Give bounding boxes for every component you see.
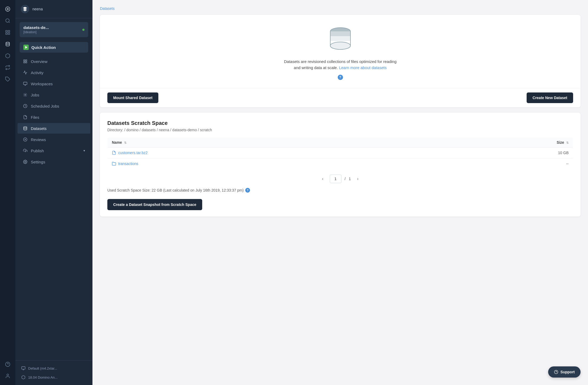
sidebar-item-workspaces[interactable]: Workspaces bbox=[18, 78, 90, 89]
cube-icon[interactable] bbox=[3, 51, 12, 61]
datasets-strip-icon[interactable] bbox=[3, 39, 12, 49]
sidebar-item-label: Files bbox=[31, 115, 39, 120]
pagination: ‹ / 1 › bbox=[107, 169, 573, 187]
svg-rect-13 bbox=[26, 60, 27, 61]
domino-environment-item[interactable]: 18.04 Domino An... bbox=[18, 373, 90, 382]
file-link-customers[interactable]: customers.tar.bz2 bbox=[112, 151, 421, 155]
project-card[interactable]: datasets-de... [Ideation] bbox=[20, 22, 88, 37]
sidebar-item-label: Datasets bbox=[31, 126, 46, 131]
sidebar-item-publish[interactable]: Publish ▾ bbox=[18, 145, 90, 156]
sidebar-item-jobs[interactable]: Jobs bbox=[18, 90, 90, 100]
file-link-transactions[interactable]: transactions bbox=[112, 162, 421, 166]
learn-more-link[interactable]: Learn more about datasets bbox=[339, 65, 387, 70]
sidebar-item-files[interactable]: Files bbox=[18, 112, 90, 122]
svg-point-19 bbox=[25, 94, 26, 95]
svg-point-29 bbox=[330, 42, 350, 49]
hero-help-icon[interactable]: ? bbox=[338, 75, 343, 80]
svg-point-21 bbox=[24, 126, 27, 128]
support-label: Support bbox=[560, 370, 575, 374]
play-icon bbox=[23, 45, 29, 50]
hero-description: Datasets are revisioned collections of f… bbox=[282, 58, 399, 71]
svg-rect-27 bbox=[22, 367, 25, 369]
sidebar-item-label: Reviews bbox=[31, 137, 46, 142]
environment-label: 18.04 Domino An... bbox=[28, 375, 58, 379]
quick-action-label: Quick Action bbox=[31, 45, 56, 50]
svg-line-2 bbox=[9, 22, 10, 23]
publish-chevron-icon: ▾ bbox=[83, 149, 85, 153]
sidebar-item-label: Publish bbox=[31, 149, 44, 153]
svg-point-7 bbox=[6, 42, 9, 44]
name-sort-icon: ⇅ bbox=[124, 141, 126, 144]
tag-icon[interactable] bbox=[3, 74, 12, 84]
svg-rect-15 bbox=[26, 62, 27, 63]
overview-icon bbox=[23, 59, 28, 64]
mount-shared-dataset-button[interactable]: Mount Shared Dataset bbox=[107, 92, 158, 103]
files-icon bbox=[23, 115, 28, 120]
prev-page-button[interactable]: ‹ bbox=[319, 175, 327, 183]
hero-card: Datasets are revisioned collections of f… bbox=[100, 15, 581, 107]
file-table: Name ⇅ Size ⇅ customers.tar.bz2 bbox=[107, 137, 573, 169]
home-icon[interactable] bbox=[3, 4, 12, 14]
svg-point-26 bbox=[25, 161, 26, 162]
project-tag: [Ideation] bbox=[23, 30, 49, 34]
sidebar-item-label: Activity bbox=[31, 70, 44, 75]
help-strip-icon[interactable] bbox=[3, 359, 12, 369]
breadcrumb[interactable]: Datasets bbox=[100, 6, 581, 11]
page-input[interactable] bbox=[330, 175, 341, 183]
svg-rect-4 bbox=[8, 31, 10, 32]
sidebar-item-label: Settings bbox=[31, 160, 45, 164]
scratch-title: Datasets Scratch Space bbox=[107, 120, 573, 126]
logo-icon bbox=[21, 5, 29, 13]
sidebar-item-scheduled-jobs[interactable]: Scheduled Jobs bbox=[18, 101, 90, 111]
svg-rect-16 bbox=[23, 82, 27, 84]
table-row: transactions -- bbox=[108, 158, 573, 169]
user-strip-icon[interactable] bbox=[3, 371, 12, 381]
sidebar-item-datasets[interactable]: Datasets bbox=[18, 123, 90, 134]
next-page-button[interactable]: › bbox=[354, 175, 361, 183]
sidebar-item-reviews[interactable]: Reviews bbox=[18, 134, 90, 145]
sidebar-item-activity[interactable]: Activity bbox=[18, 67, 90, 78]
page-total: 1 bbox=[349, 177, 351, 181]
settings-icon bbox=[23, 159, 28, 164]
sidebar: neena datasets-de... [Ideation] Quick Ac… bbox=[15, 0, 92, 385]
status-indicator bbox=[82, 29, 84, 31]
sidebar-item-label: Workspaces bbox=[31, 82, 53, 86]
create-snapshot-button[interactable]: Create a Dataset Snapshot from Scratch S… bbox=[107, 199, 202, 210]
name-column-header[interactable]: Name ⇅ bbox=[108, 137, 426, 147]
quick-action-button[interactable]: Quick Action bbox=[20, 42, 88, 53]
reviews-icon bbox=[23, 137, 28, 142]
svg-rect-12 bbox=[24, 60, 25, 61]
sidebar-bottom: Default (m4.2xlar... 18.04 Domino An... bbox=[15, 360, 92, 385]
hero-actions: Mount Shared Dataset Create New Dataset bbox=[100, 88, 581, 107]
scratch-directory: Directory: / domino / datasets / neena /… bbox=[107, 128, 573, 132]
sidebar-item-label: Scheduled Jobs bbox=[31, 104, 59, 108]
workspaces-icon bbox=[23, 81, 28, 86]
scheduled-jobs-icon bbox=[23, 104, 28, 108]
support-button[interactable]: Support bbox=[548, 366, 581, 378]
table-row: customers.tar.bz2 10 GB bbox=[108, 147, 573, 158]
jobs-icon bbox=[23, 92, 28, 97]
activity-icon bbox=[23, 70, 28, 75]
icon-strip bbox=[0, 0, 15, 385]
default-environment-item[interactable]: Default (m4.2xlar... bbox=[18, 364, 90, 373]
search-icon[interactable] bbox=[3, 16, 12, 26]
sidebar-item-overview[interactable]: Overview bbox=[18, 56, 90, 67]
scratch-info-icon[interactable]: ? bbox=[245, 188, 250, 193]
file-size-cell: 10 GB bbox=[426, 147, 573, 158]
svg-point-0 bbox=[6, 7, 10, 11]
svg-rect-6 bbox=[8, 33, 10, 35]
exchange-icon[interactable] bbox=[3, 63, 12, 72]
sidebar-item-label: Overview bbox=[31, 59, 48, 64]
main-content: Datasets Datasets are revisioned collect… bbox=[92, 0, 588, 385]
svg-rect-5 bbox=[6, 33, 7, 35]
folder-icon bbox=[112, 162, 116, 166]
project-name: datasets-de... bbox=[23, 25, 49, 30]
sidebar-item-settings[interactable]: Settings bbox=[18, 156, 90, 167]
default-label: Default (m4.2xlar... bbox=[28, 366, 57, 370]
size-sort-icon: ⇅ bbox=[566, 141, 569, 144]
grid-icon[interactable] bbox=[3, 28, 12, 37]
create-new-dataset-button[interactable]: Create New Dataset bbox=[527, 92, 573, 103]
folder-size-cell: -- bbox=[426, 158, 573, 169]
size-column-header[interactable]: Size ⇅ bbox=[426, 137, 573, 147]
scratch-space-card: Datasets Scratch Space Directory: / domi… bbox=[100, 113, 581, 217]
